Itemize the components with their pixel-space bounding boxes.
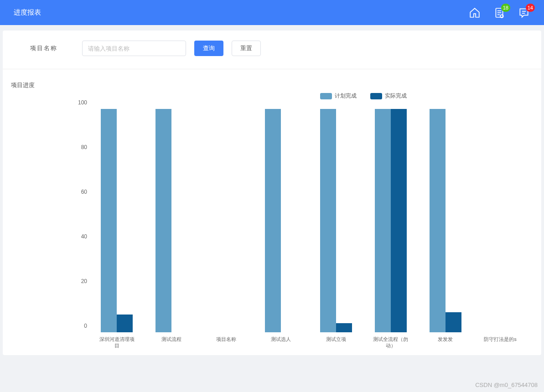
filter-bar: 项目名称 查询 重置 xyxy=(3,31,541,69)
y-tick: 100 xyxy=(71,99,87,106)
filter-label: 项目名称 xyxy=(30,44,57,52)
project-name-input[interactable] xyxy=(82,41,186,56)
y-tick: 20 xyxy=(71,278,87,284)
legend-label-plan: 计划完成 xyxy=(335,92,357,100)
x-label: 测试全流程（勿动） xyxy=(372,336,410,349)
y-tick: 60 xyxy=(71,189,87,195)
reset-button[interactable]: 重置 xyxy=(232,41,261,56)
page-title: 进度报表 xyxy=(14,8,41,17)
section-title: 项目进度 xyxy=(3,69,541,89)
bar-plan[interactable] xyxy=(375,109,391,332)
category-group: 测试选人 xyxy=(265,109,297,332)
chart-container: 计划完成 实际完成 020406080100深圳河道清理项目测试流程项目名称测试… xyxy=(3,89,541,355)
x-label: 深圳河道清理项目 xyxy=(98,336,136,349)
x-label: 测试选人 xyxy=(262,336,300,342)
bar-plan[interactable] xyxy=(430,109,446,332)
y-tick: 40 xyxy=(71,233,87,240)
bar-actual[interactable] xyxy=(336,323,352,332)
app-header: 进度报表 18 14 xyxy=(0,0,544,25)
chat-icon[interactable]: 14 xyxy=(518,6,530,19)
category-group: 测试立项 xyxy=(320,109,352,332)
legend-swatch-plan xyxy=(320,93,332,99)
bar-plan[interactable] xyxy=(265,109,281,332)
bar-actual[interactable] xyxy=(117,315,133,332)
x-label: 测试流程 xyxy=(152,336,191,342)
category-group: 防守打法是的s xyxy=(484,109,516,332)
search-button[interactable]: 查询 xyxy=(194,41,223,56)
home-icon[interactable] xyxy=(468,6,481,19)
chat-badge: 14 xyxy=(526,4,535,12)
x-label: 项目名称 xyxy=(207,336,245,342)
chart-plot: 020406080100深圳河道清理项目测试流程项目名称测试选人测试立项测试全流… xyxy=(89,109,528,332)
x-label: 防守打法是的s xyxy=(481,336,519,342)
header-icon-group: 18 14 xyxy=(468,6,530,19)
category-group: 测试流程 xyxy=(155,109,187,332)
legend-swatch-actual xyxy=(370,93,382,99)
y-tick: 0 xyxy=(71,323,87,329)
legend-item-plan[interactable]: 计划完成 xyxy=(320,92,357,100)
bar-plan[interactable] xyxy=(101,109,117,332)
y-tick: 80 xyxy=(71,144,87,150)
legend-label-actual: 实际完成 xyxy=(385,92,407,100)
category-group: 测试全流程（勿动） xyxy=(375,109,407,332)
bar-plan[interactable] xyxy=(155,109,171,332)
legend-item-actual[interactable]: 实际完成 xyxy=(370,92,407,100)
document-icon[interactable]: 18 xyxy=(493,6,506,19)
chart-legend: 计划完成 实际完成 xyxy=(7,92,537,100)
docs-badge: 18 xyxy=(501,4,510,12)
bar-plan[interactable] xyxy=(320,109,336,332)
x-label: 测试立项 xyxy=(317,336,355,342)
bar-actual[interactable] xyxy=(446,312,461,332)
category-group: 项目名称 xyxy=(210,109,242,332)
chart-area: 020406080100深圳河道清理项目测试流程项目名称测试选人测试立项测试全流… xyxy=(76,104,528,351)
category-group: 发发发 xyxy=(430,109,461,332)
main-panel: 项目名称 查询 重置 项目进度 计划完成 实际完成 020406080100深圳… xyxy=(3,31,541,355)
category-group: 深圳河道清理项目 xyxy=(101,109,133,332)
x-label: 发发发 xyxy=(426,336,465,342)
bar-actual[interactable] xyxy=(391,109,407,332)
